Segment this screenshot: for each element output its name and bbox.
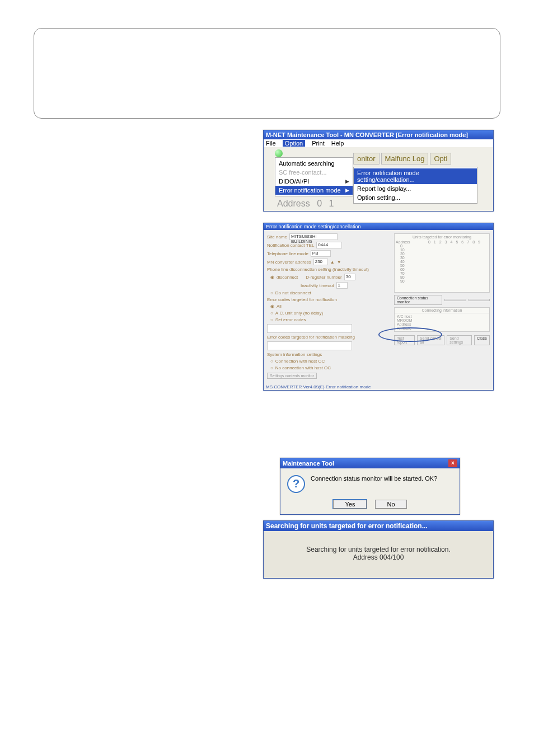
conn-row-address: Address xyxy=(397,322,487,326)
blank-button-1[interactable] xyxy=(444,299,466,301)
conn-row-mroom: MROOM xyxy=(397,318,487,322)
all-label: All xyxy=(277,304,282,309)
radio-dont-disconnect[interactable]: ○ xyxy=(270,290,273,295)
radio-all[interactable]: ◉ xyxy=(270,304,274,309)
status-bar: MS CONVERTER Ver4.09(E) Error notificati… xyxy=(264,384,493,390)
menu-item-error-mode[interactable]: Error notification mode ▶ xyxy=(275,186,353,195)
dialog-message: Connection status monitor will be starte… xyxy=(311,475,437,482)
maintenance-tool-window: M-NET Maintenance Tool - MN CONVERTER [E… xyxy=(263,130,494,212)
conn-row-attribute: Attribute xyxy=(397,326,487,330)
confirm-dialog: Maintenance Tool × ? Connection status m… xyxy=(280,458,460,515)
close-icon[interactable]: × xyxy=(448,459,457,467)
noconn-host-label: No connection with host OC xyxy=(275,365,331,370)
inactivity-field[interactable]: 1 xyxy=(336,282,348,289)
dereg-label: D-register number xyxy=(306,275,341,280)
grid-addr-header: Address xyxy=(396,240,411,244)
radio-conn-host[interactable]: ○ xyxy=(270,359,273,364)
site-name-field[interactable]: MITSUBISHI BUILDING xyxy=(289,233,338,240)
radio-disconnect[interactable]: ◉ xyxy=(270,275,274,280)
error-mask-field[interactable] xyxy=(267,341,352,350)
settings-title: Error notification mode setting/cancella… xyxy=(264,223,493,230)
menu-file[interactable]: File xyxy=(266,140,276,147)
send-settings-button[interactable]: Send settings xyxy=(447,335,472,345)
phone-disc-label: Phone line disconnection setting (Inacti… xyxy=(267,267,390,272)
error-mode-submenu: Error notification mode setting/cancella… xyxy=(353,167,477,204)
error-mask-label: Error codes targeted for notification ma… xyxy=(267,335,390,340)
send-cancel-all-button[interactable]: Send cancel all xyxy=(417,335,444,345)
units-grid: Units targeted for error monitoring Addr… xyxy=(394,233,490,293)
submenu-item-report-log[interactable]: Report log display... xyxy=(354,184,477,193)
error-targeted-label: Error codes targeted for notification xyxy=(267,297,390,302)
dialog-title: Maintenance Tool xyxy=(283,460,334,467)
option-menu: Automatic searching SC free-contact... D… xyxy=(275,157,353,196)
tel-line-mode-label: Telephone line mode xyxy=(267,251,308,256)
menu-item-sc-free-contact: SC free-contact... xyxy=(275,168,353,177)
connection-status-monitor-button[interactable]: Connection status monitor xyxy=(394,295,443,305)
spinner-up-icon[interactable]: ▲ xyxy=(330,260,335,265)
radio-noconn-host[interactable]: ○ xyxy=(270,365,273,370)
menu-option[interactable]: Option xyxy=(283,140,305,147)
notif-tel-label: Notification contact TEL xyxy=(267,243,314,248)
searching-title: Searching for units targeted for error n… xyxy=(264,521,493,531)
connecting-info-title: Connecting information xyxy=(395,308,489,313)
test-report-button[interactable]: Test report xyxy=(394,335,415,345)
site-name-label: Site name xyxy=(267,234,287,240)
malfunc-log-button[interactable]: Malfunc Log xyxy=(381,153,429,165)
notif-tel-field[interactable]: 0444 xyxy=(316,242,342,248)
mn-addr-field[interactable]: 230 xyxy=(313,259,328,265)
question-icon: ? xyxy=(287,475,305,493)
grid-col-headers: 0 1 2 3 4 5 6 7 8 9 xyxy=(411,240,480,244)
menu-print[interactable]: Print xyxy=(312,140,325,147)
disconnect-label: disconnect xyxy=(277,275,298,280)
menu-item-dido-aipi[interactable]: DIDO/AI/PI ▶ xyxy=(275,177,353,186)
dont-disconnect-label: Do not disconnect xyxy=(275,290,311,295)
mn-addr-label: MN converter address xyxy=(267,260,311,265)
submenu-arrow-icon: ▶ xyxy=(345,179,349,184)
menubar: File Option Print Help xyxy=(264,139,493,147)
ac-only-label: A.C. unit only (no delay) xyxy=(275,311,323,316)
notice-box xyxy=(34,28,500,119)
sysinfo-label: System information settings xyxy=(267,352,390,357)
tel-line-mode-select[interactable]: PB xyxy=(311,250,331,257)
submenu-item-option-setting[interactable]: Option setting... xyxy=(354,193,477,202)
submenu-arrow-icon: ▶ xyxy=(345,187,349,193)
connecting-info-box: Connecting information A/C-llost MROOM A… xyxy=(394,307,490,332)
error-codes-field[interactable] xyxy=(267,324,352,333)
error-settings-window: Error notification mode setting/cancella… xyxy=(263,223,494,391)
window-title: M-NET Maintenance Tool - MN CONVERTER [E… xyxy=(264,130,493,139)
no-button[interactable]: No xyxy=(375,500,406,509)
inactivity-label: Inactivity timeout xyxy=(301,283,334,288)
settings-contents-monitor-button[interactable]: Settings contents monitor xyxy=(267,373,317,379)
radio-ac-only[interactable]: ○ xyxy=(270,311,273,316)
status-indicator-icon xyxy=(275,149,283,157)
address-line: Address 0 1 xyxy=(264,196,353,211)
menu-item-auto-search[interactable]: Automatic searching xyxy=(275,159,353,168)
close-button[interactable]: Close xyxy=(474,335,490,345)
spinner-down-icon[interactable]: ▼ xyxy=(337,260,341,265)
option-button[interactable]: Opti xyxy=(430,153,451,165)
units-grid-title: Units targeted for error monitoring xyxy=(396,235,488,239)
submenu-item-settings-cancel[interactable]: Error notification mode setting/cancella… xyxy=(354,168,477,184)
yes-button[interactable]: Yes xyxy=(333,500,367,509)
dereg-field[interactable]: 30 xyxy=(344,274,355,280)
conn-host-label: Connection with host OC xyxy=(275,359,325,364)
set-codes-label: Set error codes xyxy=(275,317,306,322)
menu-help[interactable]: Help xyxy=(331,140,344,147)
searching-line2: Address 004/100 xyxy=(269,553,488,561)
monitor-button[interactable]: onitor xyxy=(353,153,380,165)
searching-line1: Searching for units targeted for error n… xyxy=(269,546,488,553)
blank-button-2[interactable] xyxy=(469,299,490,301)
searching-window: Searching for units targeted for error n… xyxy=(263,520,494,579)
radio-set-codes[interactable]: ○ xyxy=(270,317,273,322)
conn-row-host: A/C-llost xyxy=(397,314,487,318)
